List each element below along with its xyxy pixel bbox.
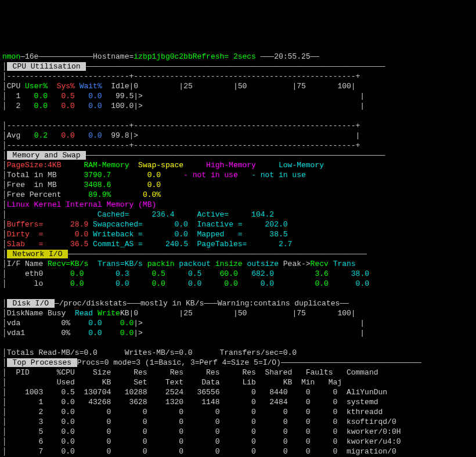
disk-title: Disk I/O xyxy=(7,299,55,308)
proc-header: PID %CPU Size Res Res Res Res Shared Fau… xyxy=(7,368,378,377)
prog-name: nmon xyxy=(2,52,20,61)
version: —16e xyxy=(20,52,38,61)
cpu-col: Idle xyxy=(111,82,129,91)
net-title: Network I/O xyxy=(7,250,68,258)
proc-header: Used KB Set Text Data Lib KB Min Maj xyxy=(7,378,342,387)
nmon-screen: nmon—16e————————————Hostname=izbp1jbg0c2… xyxy=(2,42,474,457)
hostname: izbp1jbg0c2bbRefresh= 2secs xyxy=(134,52,256,61)
cpu-col: CPU xyxy=(7,82,20,91)
proc-title: Top Processes xyxy=(7,358,77,367)
cpu-col: Wait% xyxy=(80,82,102,91)
pagesize: PageSize:4KB xyxy=(7,161,62,170)
mem-title: Memory and Swap xyxy=(7,151,86,160)
cpu-col: User% xyxy=(25,82,48,91)
cpu-col: Sys% xyxy=(57,82,75,91)
cpu-scale: |0 |25 |50 |75 100| xyxy=(129,82,356,91)
cpu-title: CPU Utilisation xyxy=(7,62,86,71)
disk-totals: Totals Read-MB/s=0.0 Writes-MB/s=0.0 Tra… xyxy=(7,348,297,357)
clock: 20:55.25 xyxy=(274,52,310,61)
hostname-label: Hostname= xyxy=(93,52,134,61)
cpu-avg-label: Avg xyxy=(7,131,20,140)
